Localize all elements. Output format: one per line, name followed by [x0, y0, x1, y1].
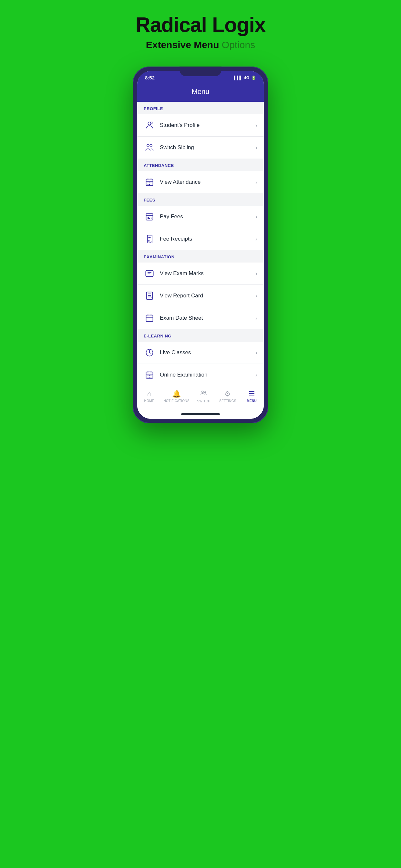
settings-nav-label: SETTINGS	[219, 399, 236, 403]
section-header-attendance: ATTENDANCE	[137, 159, 264, 171]
exam-date-sheet-chevron: ›	[255, 315, 257, 321]
switch-sibling-chevron: ›	[255, 144, 257, 151]
menu-nav-label: MENU	[247, 399, 257, 403]
view-attendance-icon	[144, 176, 155, 188]
menu-item-live-classes[interactable]: Live Classes ›	[137, 342, 264, 364]
settings-nav-icon: ⚙	[224, 390, 231, 398]
students-profile-icon	[144, 120, 155, 131]
svg-rect-5	[146, 214, 153, 220]
switch-sibling-icon	[144, 142, 155, 153]
fee-receipts-label: Fee Receipts	[160, 236, 255, 242]
students-profile-label: Student's Profile	[160, 122, 255, 128]
menu-item-fee-receipts[interactable]: Fee Receipts ›	[137, 228, 264, 250]
view-attendance-chevron: ›	[255, 179, 257, 186]
view-report-card-icon	[144, 290, 155, 302]
phone-screen: 8:52 ▌▌▌ 4G 🔋 Menu PROFILE Student's Pro…	[137, 71, 264, 419]
notifications-nav-icon: 🔔	[172, 390, 181, 398]
menu-item-view-exam-marks[interactable]: View Exam Marks ›	[137, 262, 264, 285]
switch-nav-label: SWITCH	[197, 399, 211, 403]
menu-item-online-examination[interactable]: Online Examination ›	[137, 364, 264, 386]
bottom-nav: ⌂ HOME 🔔 NOTIFICATIONS SWITCH ⚙ SETTINGS…	[137, 386, 264, 411]
section-header-examination: EXAMINATION	[137, 250, 264, 262]
section-header-profile: PROFILE	[137, 102, 264, 114]
pay-fees-chevron: ›	[255, 213, 257, 220]
nav-item-home[interactable]: ⌂ HOME	[140, 390, 159, 403]
view-exam-marks-chevron: ›	[255, 270, 257, 277]
online-examination-label: Online Examination	[160, 372, 255, 378]
menu-item-view-attendance[interactable]: View Attendance ›	[137, 171, 264, 193]
menu-item-view-report-card[interactable]: View Report Card ›	[137, 285, 264, 307]
menu-item-exam-date-sheet[interactable]: Exam Date Sheet ›	[137, 307, 264, 329]
menu-item-students-profile[interactable]: Student's Profile ›	[137, 114, 264, 136]
home-nav-label: HOME	[144, 399, 154, 403]
pay-fees-label: Pay Fees	[160, 213, 255, 220]
view-exam-marks-icon	[144, 268, 155, 279]
menu-group-elearning: Live Classes › Online Examination ›	[137, 342, 264, 386]
view-report-card-label: View Report Card	[160, 292, 255, 299]
online-examination-icon	[144, 369, 155, 381]
live-classes-label: Live Classes	[160, 349, 255, 356]
status-icons: ▌▌▌ 4G 🔋	[234, 75, 256, 80]
svg-point-2	[147, 145, 149, 147]
subtitle-bold: Extensive Menu	[146, 39, 219, 50]
app-header-title: Menu	[191, 88, 209, 96]
battery-icon: 🔋	[251, 75, 256, 80]
signal-icon: ▌▌▌	[234, 75, 242, 80]
phone-frame: 8:52 ▌▌▌ 4G 🔋 Menu PROFILE Student's Pro…	[133, 66, 268, 423]
network-label: 4G	[244, 75, 249, 80]
app-header: Menu	[137, 83, 264, 102]
content-area: PROFILE Student's Profile › Switch Sibli…	[137, 102, 264, 386]
menu-group-fees: Pay Fees › Fee Receipts ›	[137, 206, 264, 250]
menu-group-examination: View Exam Marks › View Report Card › Exa…	[137, 262, 264, 329]
nav-item-switch[interactable]: SWITCH	[194, 390, 213, 403]
pay-fees-icon	[144, 211, 155, 222]
status-time: 8:52	[145, 75, 155, 81]
nav-item-settings[interactable]: ⚙ SETTINGS	[218, 390, 237, 403]
svg-rect-8	[146, 315, 153, 321]
menu-nav-icon: ☰	[249, 390, 255, 398]
fee-receipts-chevron: ›	[255, 236, 257, 243]
online-examination-chevron: ›	[255, 372, 257, 378]
page-title: Radical Logix	[135, 13, 266, 37]
home-indicator	[137, 411, 264, 419]
live-classes-icon	[144, 347, 155, 359]
svg-point-10	[202, 391, 204, 393]
menu-group-attendance: View Attendance ›	[137, 171, 264, 193]
subtitle-normal: Options	[219, 39, 255, 50]
svg-rect-7	[147, 292, 153, 299]
students-profile-chevron: ›	[255, 122, 257, 129]
svg-point-11	[204, 391, 206, 393]
page-subtitle: Extensive Menu Options	[146, 39, 255, 51]
view-exam-marks-label: View Exam Marks	[160, 270, 255, 277]
notifications-nav-label: NOTIFICATIONS	[163, 399, 189, 403]
svg-rect-6	[146, 271, 153, 277]
view-report-card-chevron: ›	[255, 292, 257, 299]
view-attendance-label: View Attendance	[160, 179, 255, 185]
switch-nav-icon	[200, 390, 207, 399]
exam-date-sheet-label: Exam Date Sheet	[160, 315, 255, 321]
switch-sibling-label: Switch Sibling	[160, 144, 255, 151]
section-header-elearning: E-LEARNING	[137, 329, 264, 342]
nav-item-notifications[interactable]: 🔔 NOTIFICATIONS	[163, 390, 189, 403]
home-bar	[181, 413, 220, 415]
home-nav-icon: ⌂	[147, 390, 151, 398]
menu-item-pay-fees[interactable]: Pay Fees ›	[137, 206, 264, 228]
exam-date-sheet-icon	[144, 312, 155, 324]
fee-receipts-icon	[144, 233, 155, 245]
svg-point-3	[150, 145, 152, 147]
menu-item-switch-sibling[interactable]: Switch Sibling ›	[137, 136, 264, 159]
live-classes-chevron: ›	[255, 349, 257, 356]
menu-group-profile: Student's Profile › Switch Sibling ›	[137, 114, 264, 159]
nav-item-menu[interactable]: ☰ MENU	[242, 390, 261, 403]
phone-notch	[180, 66, 221, 76]
section-header-fees: FEES	[137, 193, 264, 206]
